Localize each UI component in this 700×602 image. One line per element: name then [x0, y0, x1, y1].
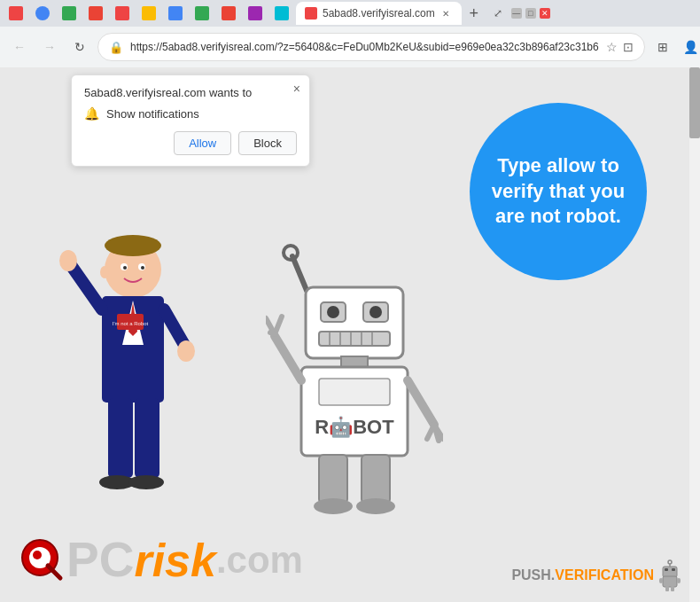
pcrisk-icon — [18, 536, 66, 584]
tab-5[interactable] — [110, 2, 135, 25]
scrollbar-thumb[interactable] — [689, 67, 700, 138]
svg-point-5 — [141, 266, 144, 270]
maximize-button[interactable]: □ — [525, 8, 536, 19]
push-robot-icon — [657, 559, 682, 591]
content-area: × 5abad8.verifyisreal.com wants to 🔔 Sho… — [0, 67, 700, 602]
youtube-favicon — [9, 6, 23, 20]
svg-point-13 — [177, 340, 195, 362]
active-tab-close[interactable]: ✕ — [439, 6, 453, 20]
reload-button[interactable]: ↻ — [67, 35, 92, 59]
star-icon[interactable]: ☆ — [606, 40, 618, 54]
tab-9[interactable] — [216, 2, 241, 25]
svg-rect-14 — [108, 398, 133, 478]
svg-rect-46 — [319, 455, 347, 504]
blue-circle-text: Type allow to verify that you are not ro… — [487, 153, 629, 230]
profile-icon[interactable]: 👤 — [679, 35, 700, 59]
svg-line-44 — [427, 425, 434, 439]
notification-popup: × 5abad8.verifyisreal.com wants to 🔔 Sho… — [71, 74, 310, 167]
svg-point-26 — [369, 306, 382, 318]
cast-icon[interactable]: ⊡ — [623, 40, 634, 54]
tab-10[interactable] — [243, 2, 268, 25]
svg-text:I'm not a Robot: I'm not a Robot — [113, 321, 149, 326]
tab-11[interactable] — [269, 2, 294, 25]
svg-rect-33 — [341, 356, 368, 367]
window-controls: ⤢ — □ ✕ — [488, 4, 557, 23]
title-bar: 5abad8.verifyisreal.com ✕ + ⤢ — □ ✕ — [0, 0, 700, 27]
svg-rect-22 — [306, 287, 403, 358]
tab-active[interactable]: 5abad8.verifyisreal.com ✕ — [296, 2, 462, 25]
svg-rect-58 — [659, 578, 663, 583]
tab11-favicon — [275, 6, 289, 20]
svg-rect-61 — [671, 586, 674, 591]
active-tab-favicon — [305, 7, 317, 20]
tab-7[interactable] — [163, 2, 188, 25]
tab-8[interactable] — [190, 2, 214, 25]
push-push-text: PUSH. — [511, 567, 555, 582]
svg-point-6 — [100, 266, 109, 278]
omnibox-bar: ← → ↻ 🔒 https://5abad8.verifyisreal.com/… — [0, 27, 700, 67]
robot-illustration: I'm R🤖BOT — [266, 238, 443, 522]
svg-rect-54 — [663, 567, 677, 577]
popup-notification-row: 🔔 Show notifications — [84, 106, 297, 121]
active-tab-title: 5abad8.verifyisreal.com — [323, 7, 435, 20]
tab8-favicon — [195, 6, 209, 20]
google-favicon — [35, 6, 50, 20]
forward-button[interactable]: → — [37, 35, 62, 59]
minimize-button[interactable]: — — [511, 8, 522, 19]
svg-point-4 — [123, 266, 127, 270]
pcrisk-risk-text: risk — [134, 537, 216, 583]
pcrisk-dotcom-text: .com — [216, 542, 303, 579]
close-button[interactable]: ✕ — [540, 8, 550, 19]
svg-line-39 — [275, 317, 282, 334]
svg-rect-55 — [665, 568, 668, 571]
tab-google[interactable] — [30, 2, 55, 25]
svg-line-12 — [164, 309, 184, 345]
tab-strip: 5abad8.verifyisreal.com ✕ + — [4, 2, 485, 25]
extensions-icon[interactable]: ⊞ — [650, 35, 675, 59]
svg-point-48 — [314, 498, 353, 514]
url-display: https://5abad8.verifyisreal.com/?z=56408… — [130, 41, 599, 53]
block-button[interactable]: Block — [238, 131, 297, 155]
svg-rect-56 — [672, 568, 675, 571]
push-label: PUSH.VERIFICATION — [511, 567, 654, 583]
businessman-illustration: I'm not a Robot — [53, 221, 213, 522]
allow-button[interactable]: Allow — [174, 131, 231, 155]
tab5-favicon — [115, 6, 129, 20]
tab-6[interactable] — [136, 2, 161, 25]
scrollbar[interactable] — [689, 67, 700, 602]
tab6-favicon — [142, 6, 156, 20]
new-tab-button[interactable]: + — [463, 3, 485, 24]
address-bar[interactable]: 🔒 https://5abad8.verifyisreal.com/?z=564… — [97, 33, 645, 61]
svg-rect-45 — [319, 379, 390, 405]
svg-point-25 — [327, 306, 339, 318]
lock-icon: 🔒 — [109, 41, 123, 54]
pcrisk-pc-text: PC — [66, 536, 134, 584]
tab-4[interactable] — [83, 2, 108, 25]
pcrisk-logo: PC risk .com — [18, 536, 303, 584]
svg-point-52 — [33, 551, 42, 559]
svg-rect-57 — [663, 576, 677, 587]
svg-line-10 — [71, 265, 102, 309]
browser-window: 5abad8.verifyisreal.com ✕ + ⤢ — □ ✕ ← → … — [0, 0, 700, 602]
tab-youtube[interactable] — [4, 2, 28, 25]
blue-circle: Type allow to verify that you are not ro… — [470, 103, 647, 280]
svg-rect-59 — [677, 578, 681, 583]
toolbar-icons: ⊞ 👤 ⋮ — [650, 35, 700, 59]
svg-rect-15 — [135, 398, 159, 478]
svg-rect-60 — [665, 586, 669, 591]
popup-notification-text: Show notifications — [106, 107, 199, 121]
push-verification: PUSH.VERIFICATION — [511, 559, 682, 591]
address-bar-icons: ☆ ⊡ — [606, 40, 634, 54]
push-verification-text: VERIFICATION — [555, 567, 654, 582]
page-content: × 5abad8.verifyisreal.com wants to 🔔 Sho… — [0, 67, 700, 602]
popup-title: 5abad8.verifyisreal.com wants to — [84, 86, 297, 99]
svg-rect-47 — [362, 455, 390, 504]
popup-close-button[interactable]: × — [293, 82, 300, 95]
tab10-favicon — [248, 6, 262, 20]
window-expand-icon[interactable]: ⤢ — [488, 4, 508, 23]
tab-3[interactable] — [57, 2, 82, 25]
svg-line-40 — [270, 332, 275, 334]
tab9-favicon — [222, 6, 236, 20]
svg-text:R🤖BOT: R🤖BOT — [315, 415, 394, 439]
back-button[interactable]: ← — [7, 35, 32, 59]
